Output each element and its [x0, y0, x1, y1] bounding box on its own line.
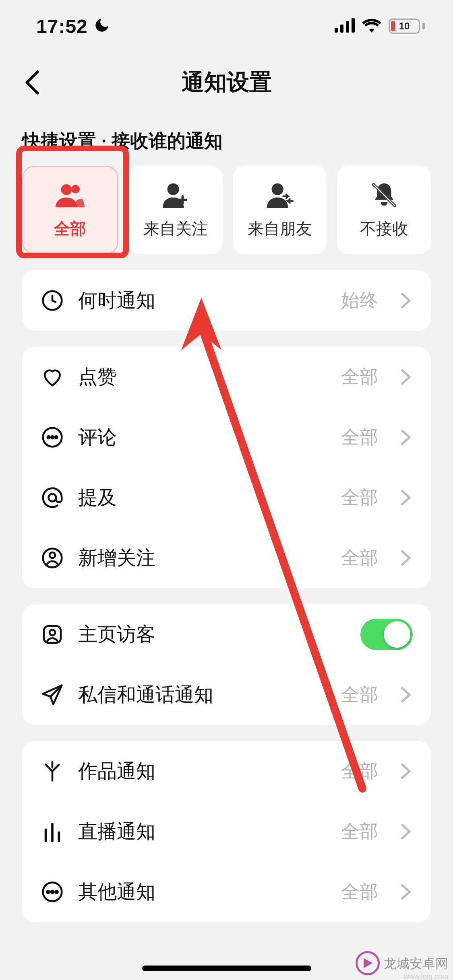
svg-rect-1 — [340, 25, 343, 33]
more-circle-icon — [40, 880, 64, 904]
svg-point-5 — [71, 185, 80, 193]
svg-line-23 — [46, 765, 52, 771]
profile-card-icon — [40, 622, 64, 646]
row-label: 直播通知 — [78, 819, 327, 844]
paper-plane-icon — [40, 683, 64, 707]
row-value: 全部 — [341, 879, 378, 904]
chevron-right-icon — [399, 825, 413, 838]
chevron-right-icon — [399, 551, 413, 565]
status-right: 10 — [335, 18, 425, 34]
comment-icon — [40, 425, 64, 449]
moon-icon — [93, 17, 110, 35]
people-icon — [56, 181, 85, 210]
chevron-right-icon — [399, 764, 413, 778]
status-bar: 17:52 10 — [0, 0, 453, 52]
row-label: 主页访客 — [78, 622, 347, 647]
status-left: 17:52 — [36, 15, 110, 37]
quick-section-title: 快捷设置 · 接收谁的通知 — [0, 113, 453, 166]
clock-time: 17:52 — [36, 15, 88, 37]
row-label: 作品通知 — [78, 758, 327, 784]
row-label: 新增关注 — [78, 545, 327, 571]
quick-card-label: 不接收 — [360, 218, 408, 240]
quick-card-none[interactable]: 不接收 — [337, 166, 431, 254]
clock-icon — [40, 288, 64, 313]
row-label: 私信和通话通知 — [78, 682, 327, 708]
at-icon — [40, 486, 64, 510]
sparkle-icon — [40, 759, 64, 783]
person-plus-icon — [161, 181, 190, 210]
home-indicator — [142, 966, 311, 971]
row-value: 全部 — [341, 546, 378, 570]
row-dm-calls[interactable]: 私信和通话通知 全部 — [22, 665, 431, 725]
page-header: 通知设置 — [0, 52, 453, 113]
settings-group: 主页访客 私信和通话通知 全部 — [22, 604, 431, 725]
battery-indicator: 10 — [389, 19, 425, 34]
quick-filter-row: 全部 来自关注 来自朋友 — [0, 166, 453, 254]
chevron-right-icon — [399, 885, 413, 899]
bars-icon — [40, 819, 64, 844]
chevron-right-icon — [399, 370, 413, 384]
svg-point-6 — [168, 183, 179, 195]
settings-group: 点赞 全部 评论 全部 提及 全部 新增关注 全部 — [22, 347, 431, 588]
svg-point-32 — [55, 891, 58, 893]
back-button[interactable] — [20, 70, 44, 95]
quick-card-following[interactable]: 来自关注 — [129, 166, 223, 254]
svg-line-24 — [52, 765, 59, 771]
svg-point-14 — [48, 436, 50, 439]
row-value: 全部 — [341, 485, 378, 510]
svg-point-30 — [47, 891, 49, 893]
svg-rect-8 — [178, 198, 187, 201]
svg-point-21 — [50, 630, 55, 635]
settings-group: 何时通知 始终 — [22, 270, 431, 331]
watermark-text: 龙城安卓网 www.lqlg.com — [384, 955, 448, 973]
watermark-url: www.lqlg.com — [404, 972, 448, 980]
svg-point-17 — [49, 494, 56, 502]
row-content-notify[interactable]: 作品通知 全部 — [22, 741, 431, 801]
row-label: 何时通知 — [78, 288, 327, 313]
watermark-logo-icon — [356, 951, 380, 977]
row-value: 全部 — [341, 364, 378, 389]
svg-rect-0 — [335, 28, 338, 33]
quick-card-label: 全部 — [54, 218, 86, 240]
svg-point-9 — [271, 183, 283, 195]
row-value: 全部 — [341, 425, 378, 450]
chevron-right-icon — [399, 491, 413, 504]
wifi-icon — [362, 18, 381, 34]
quick-card-friends[interactable]: 来自朋友 — [233, 166, 327, 254]
toggle-switch[interactable] — [360, 619, 413, 650]
bell-off-icon — [370, 181, 399, 210]
settings-group: 作品通知 全部 直播通知 全部 其他通知 全部 — [22, 741, 431, 922]
row-other-notify[interactable]: 其他通知 全部 — [22, 862, 431, 922]
row-value: 全部 — [341, 819, 378, 844]
chevron-right-icon — [399, 430, 413, 444]
row-likes[interactable]: 点赞 全部 — [22, 347, 431, 407]
quick-card-label: 来自关注 — [143, 218, 208, 240]
row-label: 其他通知 — [78, 879, 327, 905]
row-when-notify[interactable]: 何时通知 始终 — [22, 270, 431, 331]
cellular-icon — [335, 18, 355, 34]
chevron-right-icon — [399, 294, 413, 307]
page-title: 通知设置 — [182, 67, 272, 98]
svg-point-31 — [51, 891, 54, 893]
user-circle-icon — [40, 546, 64, 570]
row-label: 评论 — [78, 424, 327, 450]
row-comments[interactable]: 评论 全部 — [22, 407, 431, 467]
row-label: 点赞 — [78, 364, 327, 390]
svg-rect-2 — [346, 21, 349, 33]
battery-percent: 10 — [390, 20, 419, 33]
svg-point-16 — [55, 436, 58, 439]
row-live-notify[interactable]: 直播通知 全部 — [22, 801, 431, 862]
row-mentions[interactable]: 提及 全部 — [22, 467, 431, 528]
quick-card-all[interactable]: 全部 — [22, 166, 118, 254]
row-profile-visitors[interactable]: 主页访客 — [22, 604, 431, 665]
svg-point-15 — [51, 436, 54, 439]
row-new-followers[interactable]: 新增关注 全部 — [22, 528, 431, 588]
heart-icon — [40, 365, 64, 389]
row-label: 提及 — [78, 485, 327, 511]
row-value: 全部 — [341, 682, 378, 707]
svg-rect-3 — [352, 18, 355, 33]
svg-point-19 — [50, 552, 55, 558]
row-value: 始终 — [341, 288, 378, 313]
person-swap-icon — [265, 181, 294, 210]
watermark: 龙城安卓网 www.lqlg.com — [356, 951, 448, 977]
